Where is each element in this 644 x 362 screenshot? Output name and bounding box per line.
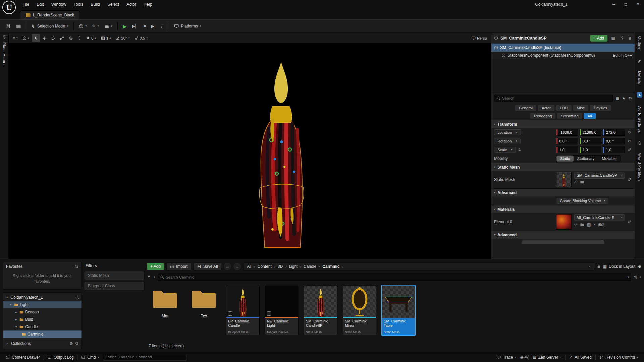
location-z-field[interactable]: 272,0 (603, 129, 625, 136)
panel-layout-icon[interactable]: ▦ (610, 36, 616, 40)
section-transform[interactable]: ▾ Transform (491, 120, 635, 128)
frame-skip-button[interactable]: ▶▏ (129, 21, 141, 31)
tree-item-bulb[interactable]: ▸ Bulb (3, 316, 82, 323)
play-options-kebab[interactable]: ⋮ (157, 21, 166, 31)
breadcrumb-all[interactable]: All (247, 264, 251, 269)
content-drawer-button[interactable]: Content Drawer (3, 352, 43, 362)
menu-window[interactable]: Window (48, 0, 70, 9)
level-viewport[interactable]: ≡▾ ▾ ⋮ 0▾ 1▾ 10°▾ 0,5▾ Persp (9, 33, 491, 259)
reset-scale-icon[interactable]: ↺ (627, 148, 632, 152)
output-log-button[interactable]: Output Log (45, 352, 76, 362)
reset-rotation-icon[interactable]: ↺ (627, 139, 632, 143)
trace-dropdown[interactable]: Trace ▾ (494, 352, 519, 362)
cmd-dropdown[interactable]: Cmd ▾ (78, 352, 102, 362)
rotation-dropdown[interactable]: Rotation▾ (494, 138, 521, 144)
favorites-star-icon[interactable]: ★ (622, 96, 626, 100)
rotate-tool-button[interactable] (49, 34, 57, 42)
move-tool-button[interactable] (41, 34, 49, 42)
add-actor-dropdown[interactable]: ▾ (76, 21, 90, 31)
details-person-icon[interactable] (637, 92, 642, 98)
scale-y-field[interactable]: 1,0 (580, 146, 602, 153)
grid-snap-dropdown[interactable]: 1▾ (99, 34, 113, 42)
editor-mode-dropdown[interactable]: Selection Mode ▾ (29, 21, 71, 31)
view-mode-dropdown[interactable]: ▾ (20, 34, 31, 42)
breadcrumb-candle[interactable]: Candle (304, 264, 316, 269)
cinematics-dropdown[interactable]: ▾ (102, 21, 115, 31)
filter-lod[interactable]: LOD (556, 105, 572, 111)
viewport-options-button[interactable]: ≡▾ (11, 34, 20, 42)
section-materials[interactable]: ▾ Materials (491, 205, 635, 213)
add-collection-icon[interactable]: ⊕ (69, 342, 73, 346)
browse-to-asset-icon[interactable] (580, 180, 584, 184)
dock-in-layout-button[interactable]: ▦ Dock in Layout (603, 264, 636, 269)
tab-world-partition[interactable]: World Partition (638, 153, 642, 181)
material-options-icon[interactable]: ▦ (587, 223, 591, 227)
component-tree-instance-row[interactable]: SM_CarminicCandleSP (Instance) (491, 44, 635, 52)
mobility-movable[interactable]: Movable (598, 156, 620, 162)
back-button[interactable]: ← (224, 263, 231, 270)
console-command-input[interactable] (105, 355, 184, 359)
tree-item-light[interactable]: ▾ Light (3, 301, 82, 308)
place-actors-icon[interactable] (2, 35, 6, 39)
surface-snap-dropdown[interactable]: 0▾ (84, 34, 98, 42)
close-icon[interactable]: × (632, 0, 644, 9)
globe-icon[interactable] (638, 141, 642, 145)
details-search-input[interactable] (502, 96, 610, 100)
folder-tile-tex[interactable]: Tex (187, 286, 221, 318)
lock-icon[interactable] (597, 264, 601, 268)
menu-select[interactable]: Select (104, 0, 123, 9)
asset-tile-sm-carminic-table[interactable]: SM_Carminic Table Static Mesh (382, 286, 415, 335)
play-button[interactable]: ▶ (120, 21, 129, 31)
menu-build[interactable]: Build (87, 0, 104, 9)
filter-funnel-icon[interactable] (147, 275, 151, 279)
filter-actor[interactable]: Actor (538, 105, 554, 111)
collections-row[interactable]: ▸ Collections ⊕ (3, 339, 82, 348)
create-blocking-volume-dropdown[interactable]: Create Blocking Volume ▾ (556, 197, 609, 204)
eyedropper-icon[interactable] (638, 59, 642, 63)
menu-actor[interactable]: Actor (123, 0, 140, 9)
all-saved-indicator[interactable]: ✓ All Saved (566, 352, 595, 362)
scale-snap-dropdown[interactable]: 0,5▾ (132, 34, 150, 42)
filter-general[interactable]: General (515, 105, 536, 111)
filter-physics[interactable]: Physics (590, 105, 611, 111)
asset-tile-sm-carminic-mirror[interactable]: SM_Carminic Mirror Static Mesh (343, 286, 376, 335)
cb-add-button[interactable]: + Add (147, 263, 164, 270)
filter-chip-blueprint-class[interactable]: Blueprint Class (85, 282, 144, 290)
unreal-engine-logo[interactable]: U (2, 1, 16, 14)
platforms-dropdown[interactable]: Platforms ▾ (171, 21, 204, 31)
scale-z-field[interactable]: 1,0 (603, 146, 625, 153)
collections-search-icon[interactable] (75, 342, 79, 346)
breadcrumb-carminic[interactable]: Carminic (322, 264, 339, 269)
scale-tool-button[interactable] (58, 34, 66, 42)
use-selected-material-icon[interactable]: ↩ (574, 223, 578, 227)
rotation-y-field[interactable]: 0,0 ° (580, 138, 602, 144)
filter-all[interactable]: All (584, 113, 596, 119)
blueprints-dropdown[interactable]: ✎▾ (90, 21, 102, 31)
rotation-x-field[interactable]: 0,0 ° (556, 138, 578, 144)
help-icon[interactable]: ? (619, 36, 626, 40)
browse-to-material-icon[interactable] (580, 223, 584, 227)
material-thumbnail[interactable] (556, 214, 572, 230)
scale-lock-icon[interactable] (518, 148, 521, 152)
place-actors-tab[interactable]: Place Actors (2, 42, 6, 66)
stop-button[interactable]: ■ (141, 21, 149, 31)
tree-item-carminic[interactable]: Carminic (3, 330, 82, 338)
edit-in-cpp-link[interactable]: Edit in C++ (613, 53, 632, 57)
tab-outliner[interactable]: Outliner (638, 36, 642, 51)
save-all-button[interactable]: Save All (194, 262, 221, 270)
browse-content-button[interactable] (13, 21, 23, 31)
transform-kebab[interactable]: ⋮ (75, 34, 84, 42)
filter-streaming[interactable]: Streaming (557, 113, 582, 119)
lock-icon[interactable] (628, 36, 632, 40)
revision-control-dropdown[interactable]: Revision Control ▾ (596, 352, 641, 362)
menu-help[interactable]: Help (140, 0, 156, 9)
menu-edit[interactable]: Edit (33, 0, 48, 9)
details-settings-gear-icon[interactable]: ⚙ (628, 96, 632, 100)
tab-details[interactable]: Details (638, 71, 642, 84)
reset-material-icon[interactable]: ↺ (627, 220, 632, 224)
asset-tile-bp-carminic-candle[interactable]: BP_Carminic Candle Blueprint Class (226, 286, 260, 335)
import-button[interactable]: Import (166, 262, 191, 270)
reset-static-mesh-icon[interactable]: ↺ (627, 178, 632, 182)
forward-button[interactable]: → (233, 263, 241, 270)
use-selected-asset-icon[interactable]: ↩ (574, 180, 578, 184)
